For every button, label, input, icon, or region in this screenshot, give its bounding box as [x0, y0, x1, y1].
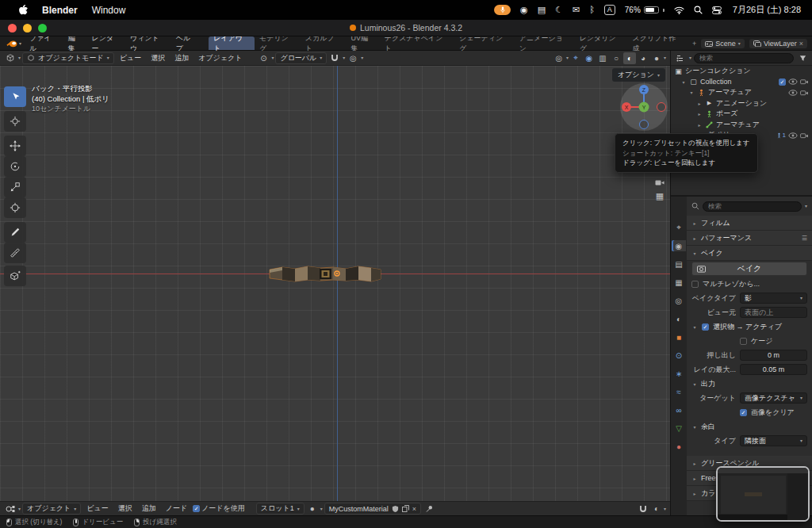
- hide-eye-icon[interactable]: [788, 90, 798, 96]
- screen-record-icon[interactable]: ◉: [520, 6, 528, 14]
- menu-window[interactable]: ウィンドウ: [125, 36, 171, 50]
- tab-particles-icon[interactable]: ∗: [672, 368, 686, 379]
- tab-render-icon[interactable]: ◉: [672, 240, 686, 251]
- navigation-gizmo[interactable]: Z X Y: [619, 82, 669, 132]
- editor-type-outliner-button[interactable]: [674, 52, 687, 64]
- snap-node-icon[interactable]: [637, 503, 649, 515]
- tool-cursor[interactable]: [4, 111, 26, 132]
- tab-uv-editing[interactable]: UV編集: [346, 36, 379, 50]
- use-nodes-checkbox[interactable]: ✓: [193, 505, 200, 512]
- fake-user-shield-icon[interactable]: [392, 505, 399, 513]
- input-source-icon[interactable]: A: [604, 5, 615, 15]
- chevron-down-icon[interactable]: ▾: [680, 79, 687, 85]
- outliner-row-armature-data[interactable]: ▸ アーマチュア: [671, 120, 812, 131]
- add-workspace-button[interactable]: +: [688, 36, 701, 50]
- shading-material-icon[interactable]: ◕: [637, 52, 649, 64]
- bake-button[interactable]: ベイク: [691, 262, 807, 276]
- tool-select-box[interactable]: [4, 86, 26, 107]
- browse-material-icon[interactable]: ▾: [320, 507, 323, 511]
- shading-solid-icon[interactable]: ◐: [623, 52, 636, 64]
- tool-add-cube[interactable]: [4, 266, 26, 286]
- outliner-row-collection[interactable]: ▾ ▢ Collection ✓: [671, 77, 812, 88]
- output-subpanel-header[interactable]: ▾ 出力: [687, 377, 812, 391]
- chevron-down-icon[interactable]: ▾: [805, 204, 807, 209]
- menu-add[interactable]: 追加: [170, 53, 193, 63]
- view-layer-selector[interactable]: ViewLayer ×: [749, 39, 807, 48]
- menu-bar-clock[interactable]: 7月26日 (土) 8:28: [733, 4, 801, 16]
- shader-menu-node[interactable]: ノード: [162, 503, 191, 514]
- pin-icon[interactable]: [423, 503, 435, 515]
- max-ray-value-field[interactable]: 0.05 m: [740, 364, 807, 375]
- outliner-row-armature-object[interactable]: ▾ アーマチュア: [671, 87, 812, 98]
- material-name-field[interactable]: MyCustomMaterial ×: [324, 503, 421, 515]
- control-center-icon[interactable]: [712, 6, 722, 14]
- outliner-search-input[interactable]: [694, 53, 794, 63]
- outliner-row-scene-collection[interactable]: ▣ シーンコレクション: [671, 66, 812, 77]
- tool-scale[interactable]: [4, 177, 26, 197]
- tool-transform[interactable]: [4, 197, 26, 218]
- scene-selector[interactable]: Scene ▾: [701, 39, 745, 48]
- unlink-material-icon[interactable]: ×: [412, 505, 416, 513]
- shader-menu-select[interactable]: 選択: [114, 503, 136, 514]
- shading-wireframe-icon[interactable]: ○: [610, 52, 622, 64]
- apple-menu[interactable]: [11, 5, 35, 16]
- tab-animation[interactable]: アニメーション: [515, 36, 575, 50]
- tab-constraints-icon[interactable]: ∞: [672, 404, 686, 415]
- chevron-down-icon[interactable]: ▾: [688, 90, 695, 95]
- material-preview-icon[interactable]: ●: [306, 503, 319, 515]
- shader-menu-add[interactable]: 追加: [138, 503, 160, 514]
- tab-texture-paint[interactable]: テクスチャペイント: [380, 36, 454, 50]
- chevron-down-icon[interactable]: ▾: [691, 324, 698, 330]
- hide-eye-icon[interactable]: [788, 132, 798, 139]
- blender-menu-button[interactable]: ▾: [3, 36, 25, 50]
- tab-physics-icon[interactable]: ≈: [672, 386, 686, 397]
- toggle-grid-icon[interactable]: ▦: [653, 189, 666, 202]
- mic-in-use-icon[interactable]: [494, 5, 511, 15]
- menu-render[interactable]: レンダー: [87, 36, 125, 50]
- margin-subpanel-header[interactable]: ▾ 余白: [687, 419, 812, 434]
- tab-shading[interactable]: シェーディング: [454, 36, 515, 50]
- clear-image-checkbox[interactable]: ✓: [740, 409, 747, 416]
- unlink-view-layer-icon[interactable]: ×: [799, 40, 803, 48]
- editor-type-shader-button[interactable]: [4, 503, 17, 515]
- shader-type-dropdown[interactable]: オブジェクト ▾: [22, 503, 81, 515]
- hide-eye-icon[interactable]: [788, 78, 798, 85]
- spotlight-icon[interactable]: [694, 6, 703, 14]
- transform-orientation-dropdown[interactable]: グローバル ▾: [275, 52, 327, 64]
- panel-performance-header[interactable]: ▸ パフォーマンス ☰: [687, 231, 812, 246]
- show-overlays-icon[interactable]: ◉: [583, 52, 596, 64]
- menu-help[interactable]: ヘルプ: [171, 36, 202, 50]
- tool-measure[interactable]: [4, 243, 26, 263]
- chevron-right-icon[interactable]: ▸: [696, 122, 703, 128]
- bake-type-dropdown[interactable]: 影 ▾: [740, 293, 807, 304]
- tab-object-icon[interactable]: ■: [672, 331, 686, 342]
- close-window-button[interactable]: [8, 24, 17, 33]
- tool-rotate[interactable]: [4, 156, 26, 177]
- collection-checkbox[interactable]: ✓: [779, 78, 786, 86]
- margin-type-dropdown[interactable]: 隣接面 ▾: [740, 435, 807, 446]
- disable-render-camera-icon[interactable]: [800, 78, 809, 85]
- mode-dropdown[interactable]: オブジェクトモード ▾: [22, 52, 114, 64]
- menu-select[interactable]: 選択: [147, 53, 169, 63]
- tab-output-icon[interactable]: ▤: [672, 258, 686, 270]
- tab-sculpting[interactable]: スカルプト: [301, 36, 347, 50]
- viewport-options-button[interactable]: オプション ▾: [612, 68, 665, 82]
- outliner-row-pose[interactable]: ▸ ポーズ: [671, 109, 812, 120]
- panel-film-header[interactable]: ▸ フィルム: [687, 216, 812, 231]
- zoom-window-button[interactable]: [38, 24, 47, 33]
- camera-view-icon[interactable]: [653, 176, 666, 189]
- material-slot-dropdown[interactable]: スロット1 ▾: [256, 503, 304, 515]
- bluetooth-icon[interactable]: ᛒ: [589, 6, 595, 14]
- keyboard-icon[interactable]: ▤: [538, 6, 546, 14]
- tab-scripting[interactable]: スクリプト作成: [627, 36, 688, 50]
- wifi-icon[interactable]: [674, 6, 684, 14]
- panel-bake-header[interactable]: ▾ ベイク: [687, 246, 812, 261]
- menu-object[interactable]: オブジェクト: [194, 53, 246, 63]
- multires-checkbox[interactable]: [691, 281, 699, 288]
- chevron-right-icon[interactable]: ▸: [696, 101, 703, 106]
- disable-render-camera-icon[interactable]: [800, 132, 809, 139]
- tab-modeling[interactable]: モデリング: [255, 36, 301, 50]
- tool-move[interactable]: [4, 136, 26, 156]
- object-type-visibility-icon[interactable]: ◎: [553, 52, 565, 64]
- minimize-window-button[interactable]: [23, 24, 32, 33]
